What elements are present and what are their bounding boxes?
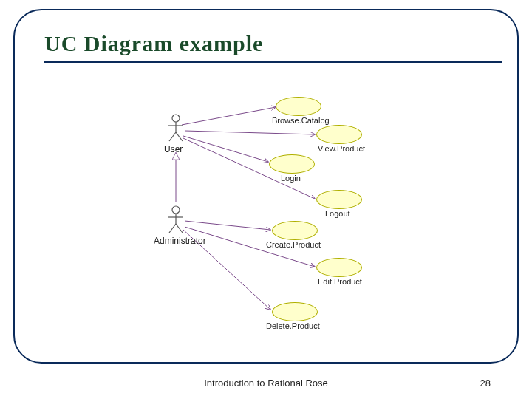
svg-line-5 [185, 221, 270, 230]
usecase-browse-label: Browse.Catalog [272, 116, 330, 125]
actor-icon [167, 113, 185, 143]
svg-line-16 [169, 224, 176, 233]
actor-user-label: User [164, 144, 183, 154]
usecase-browse [276, 97, 321, 116]
svg-line-11 [169, 132, 176, 141]
usecase-create-label: Create.Product [266, 240, 321, 249]
usecase-create [272, 221, 318, 240]
usecase-view-label: View.Product [318, 144, 365, 153]
svg-line-1 [185, 131, 315, 134]
title-underline [44, 61, 502, 63]
svg-point-13 [172, 206, 180, 214]
footer-text: Introduction to Rational Rose [0, 378, 532, 389]
actor-admin [167, 205, 185, 234]
actor-icon [167, 205, 185, 234]
slide-frame: UC Diagram example [13, 9, 519, 364]
uc-diagram: User Administrator Browse.Catalog View.P… [154, 95, 408, 345]
svg-line-0 [182, 107, 276, 125]
actor-admin-label: Administrator [154, 236, 206, 246]
svg-line-12 [176, 132, 183, 141]
svg-line-17 [176, 224, 183, 233]
usecase-view [316, 125, 362, 144]
page-number: 28 [480, 378, 491, 389]
usecase-edit [316, 258, 362, 277]
usecase-delete-label: Delete.Product [266, 321, 320, 330]
usecase-login [269, 154, 315, 174]
svg-point-8 [172, 115, 180, 122]
usecase-login-label: Login [281, 174, 301, 183]
actor-user [167, 113, 185, 143]
usecase-logout-label: Logout [325, 209, 350, 218]
usecase-edit-label: Edit.Product [318, 277, 362, 286]
usecase-delete [272, 302, 318, 321]
slide-title: UC Diagram example [44, 31, 263, 56]
usecase-logout [316, 190, 362, 209]
